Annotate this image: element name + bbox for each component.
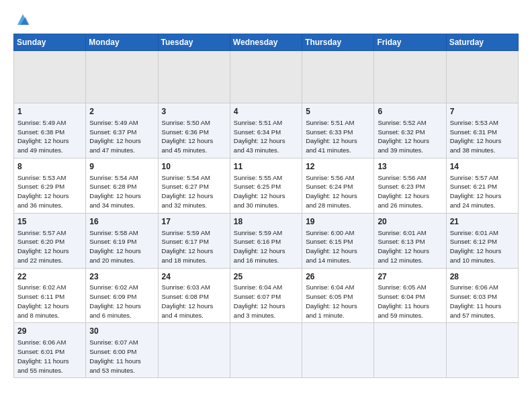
day-number: 18: [234, 216, 298, 228]
day-number: 1: [17, 106, 82, 118]
day-number: 4: [234, 106, 298, 118]
calendar-cell: 8Sunrise: 5:53 AM Sunset: 6:29 PM Daylig…: [14, 158, 86, 213]
day-number: 11: [234, 161, 298, 173]
weekday-header: Sunday: [14, 34, 86, 51]
day-info: Sunrise: 5:51 AM Sunset: 6:33 PM Dayligh…: [306, 118, 370, 155]
calendar-cell: 4Sunrise: 5:51 AM Sunset: 6:34 PM Daylig…: [230, 103, 302, 158]
day-info: Sunrise: 5:53 AM Sunset: 6:31 PM Dayligh…: [450, 118, 515, 155]
day-number: 5: [306, 106, 370, 118]
weekday-header-row: SundayMondayTuesdayWednesdayThursdayFrid…: [14, 34, 519, 51]
day-info: Sunrise: 5:49 AM Sunset: 6:37 PM Dayligh…: [89, 118, 154, 155]
logo-icon: [15, 12, 30, 27]
calendar-cell: [158, 323, 230, 378]
day-number: 14: [450, 161, 515, 173]
calendar-cell: 16Sunrise: 5:58 AM Sunset: 6:19 PM Dayli…: [86, 213, 158, 268]
calendar-cell: [446, 323, 518, 378]
calendar-cell: 9Sunrise: 5:54 AM Sunset: 6:28 PM Daylig…: [86, 158, 158, 213]
day-number: 28: [450, 271, 515, 283]
calendar-cell: [230, 323, 302, 378]
calendar-cell: 27Sunrise: 6:05 AM Sunset: 6:04 PM Dayli…: [374, 268, 446, 323]
calendar-cell: [302, 51, 374, 103]
calendar-cell: 2Sunrise: 5:49 AM Sunset: 6:37 PM Daylig…: [86, 103, 158, 158]
calendar-cell: [158, 51, 230, 103]
calendar-cell: 19Sunrise: 6:00 AM Sunset: 6:15 PM Dayli…: [302, 213, 374, 268]
day-number: 24: [162, 271, 226, 283]
calendar-cell: 15Sunrise: 5:57 AM Sunset: 6:20 PM Dayli…: [14, 213, 86, 268]
day-info: Sunrise: 5:49 AM Sunset: 6:38 PM Dayligh…: [17, 118, 82, 155]
calendar-cell: [374, 323, 446, 378]
weekday-header: Wednesday: [230, 34, 302, 51]
day-info: Sunrise: 5:56 AM Sunset: 6:24 PM Dayligh…: [306, 173, 370, 210]
day-number: 30: [89, 326, 154, 337]
calendar-cell: 6Sunrise: 5:52 AM Sunset: 6:32 PM Daylig…: [374, 103, 446, 158]
day-number: 6: [378, 106, 442, 118]
calendar-cell: 5Sunrise: 5:51 AM Sunset: 6:33 PM Daylig…: [302, 103, 374, 158]
day-number: 3: [162, 106, 226, 118]
day-info: Sunrise: 6:06 AM Sunset: 6:03 PM Dayligh…: [450, 283, 515, 320]
calendar-cell: 28Sunrise: 6:06 AM Sunset: 6:03 PM Dayli…: [446, 268, 518, 323]
day-info: Sunrise: 6:01 AM Sunset: 6:12 PM Dayligh…: [450, 228, 515, 265]
day-number: 17: [162, 216, 226, 228]
calendar-week-row: 15Sunrise: 5:57 AM Sunset: 6:20 PM Dayli…: [14, 213, 519, 268]
day-number: 27: [378, 271, 442, 283]
calendar-cell: 14Sunrise: 5:57 AM Sunset: 6:21 PM Dayli…: [446, 158, 518, 213]
calendar-cell: 21Sunrise: 6:01 AM Sunset: 6:12 PM Dayli…: [446, 213, 518, 268]
weekday-header: Tuesday: [158, 34, 230, 51]
calendar-week-row: 8Sunrise: 5:53 AM Sunset: 6:29 PM Daylig…: [14, 158, 519, 213]
day-info: Sunrise: 6:02 AM Sunset: 6:11 PM Dayligh…: [17, 283, 82, 320]
logo: [13, 11, 30, 27]
calendar-cell: [446, 51, 518, 103]
day-info: Sunrise: 5:54 AM Sunset: 6:28 PM Dayligh…: [89, 173, 154, 210]
day-number: 15: [17, 216, 82, 228]
day-number: 21: [450, 216, 515, 228]
day-info: Sunrise: 6:04 AM Sunset: 6:07 PM Dayligh…: [234, 283, 298, 320]
calendar-cell: [302, 323, 374, 378]
day-number: 10: [162, 161, 226, 173]
day-info: Sunrise: 5:52 AM Sunset: 6:32 PM Dayligh…: [378, 118, 442, 155]
day-info: Sunrise: 5:59 AM Sunset: 6:16 PM Dayligh…: [234, 228, 298, 265]
day-number: 23: [89, 271, 154, 283]
day-number: 8: [17, 161, 82, 173]
day-info: Sunrise: 5:55 AM Sunset: 6:25 PM Dayligh…: [234, 173, 298, 210]
day-number: 22: [17, 271, 82, 283]
weekday-header: Thursday: [302, 34, 374, 51]
calendar-cell: [374, 51, 446, 103]
day-info: Sunrise: 6:05 AM Sunset: 6:04 PM Dayligh…: [378, 283, 442, 320]
day-number: 20: [378, 216, 442, 228]
day-info: Sunrise: 5:59 AM Sunset: 6:17 PM Dayligh…: [162, 228, 226, 265]
day-info: Sunrise: 6:04 AM Sunset: 6:05 PM Dayligh…: [306, 283, 370, 320]
day-info: Sunrise: 6:07 AM Sunset: 6:00 PM Dayligh…: [89, 338, 154, 375]
calendar-cell: [86, 51, 158, 103]
weekday-header: Saturday: [446, 34, 518, 51]
calendar-cell: 20Sunrise: 6:01 AM Sunset: 6:13 PM Dayli…: [374, 213, 446, 268]
calendar-cell: [14, 51, 86, 103]
day-info: Sunrise: 5:51 AM Sunset: 6:34 PM Dayligh…: [234, 118, 298, 155]
calendar-cell: [230, 51, 302, 103]
header: [13, 11, 519, 27]
day-number: 29: [17, 326, 82, 337]
day-number: 9: [89, 161, 154, 173]
day-info: Sunrise: 5:57 AM Sunset: 6:20 PM Dayligh…: [17, 228, 82, 265]
day-info: Sunrise: 6:03 AM Sunset: 6:08 PM Dayligh…: [162, 283, 226, 320]
weekday-header: Friday: [374, 34, 446, 51]
calendar-cell: 30Sunrise: 6:07 AM Sunset: 6:00 PM Dayli…: [86, 323, 158, 378]
day-number: 2: [89, 106, 154, 118]
calendar-cell: 3Sunrise: 5:50 AM Sunset: 6:36 PM Daylig…: [158, 103, 230, 158]
page: SundayMondayTuesdayWednesdayThursdayFrid…: [0, 0, 532, 411]
calendar-cell: 13Sunrise: 5:56 AM Sunset: 6:23 PM Dayli…: [374, 158, 446, 213]
calendar-cell: 17Sunrise: 5:59 AM Sunset: 6:17 PM Dayli…: [158, 213, 230, 268]
day-info: Sunrise: 5:57 AM Sunset: 6:21 PM Dayligh…: [450, 173, 515, 210]
calendar-cell: 29Sunrise: 6:06 AM Sunset: 6:01 PM Dayli…: [14, 323, 86, 378]
day-number: 7: [450, 106, 515, 118]
day-number: 12: [306, 161, 370, 173]
calendar-week-row: [14, 51, 519, 103]
calendar-cell: 7Sunrise: 5:53 AM Sunset: 6:31 PM Daylig…: [446, 103, 518, 158]
calendar-cell: 23Sunrise: 6:02 AM Sunset: 6:09 PM Dayli…: [86, 268, 158, 323]
day-number: 25: [234, 271, 298, 283]
calendar-cell: 1Sunrise: 5:49 AM Sunset: 6:38 PM Daylig…: [14, 103, 86, 158]
day-info: Sunrise: 5:50 AM Sunset: 6:36 PM Dayligh…: [162, 118, 226, 155]
calendar-cell: 22Sunrise: 6:02 AM Sunset: 6:11 PM Dayli…: [14, 268, 86, 323]
day-info: Sunrise: 5:58 AM Sunset: 6:19 PM Dayligh…: [89, 228, 154, 265]
day-info: Sunrise: 6:02 AM Sunset: 6:09 PM Dayligh…: [89, 283, 154, 320]
calendar-week-row: 1Sunrise: 5:49 AM Sunset: 6:38 PM Daylig…: [14, 103, 519, 158]
